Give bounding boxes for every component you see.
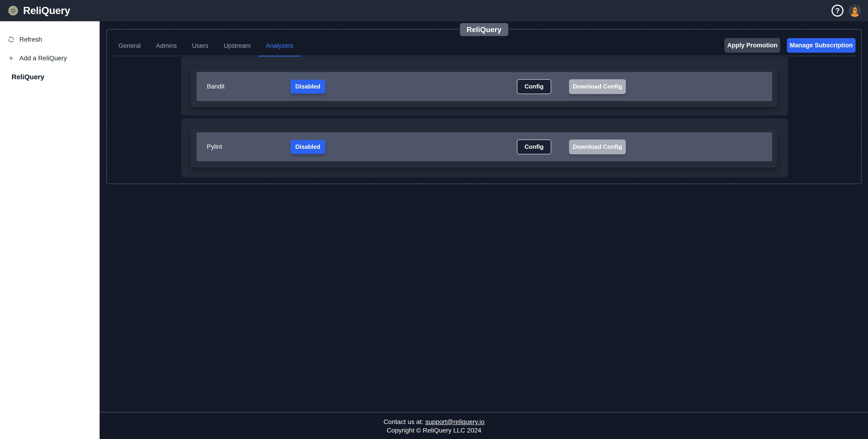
manage-subscription-button[interactable]: Manage Subscription [787, 38, 856, 53]
header-actions: ? [832, 4, 861, 17]
app-title: ReliQuery [23, 5, 70, 17]
sidebar: Refresh + Add a ReliQuery ReliQuery [0, 21, 100, 439]
user-avatar[interactable] [848, 4, 861, 17]
analyzer-status-cell: Disabled [290, 140, 517, 154]
support-email-link[interactable]: support@reliquery.io [425, 418, 485, 426]
tab-users[interactable]: Users [184, 41, 216, 57]
app-root: ReliQuery ? [0, 0, 868, 439]
tab-bar-divider [114, 56, 856, 56]
apply-promotion-button[interactable]: Apply Promotion [724, 38, 780, 53]
tab-bar: General Admins Users Upstream Analyzers [111, 41, 301, 57]
plus-icon: + [8, 55, 14, 62]
footer-contact-line: Contact us at: support@reliquery.io [0, 417, 868, 426]
tab-analyzers[interactable]: Analyzers [258, 41, 301, 57]
sidebar-refresh-label: Refresh [20, 36, 42, 43]
status-disabled-button[interactable]: Disabled [290, 140, 325, 154]
refresh-icon [8, 36, 14, 43]
help-icon[interactable]: ? [832, 5, 843, 17]
status-disabled-button[interactable]: Disabled [290, 80, 325, 94]
config-button[interactable]: Config [517, 79, 551, 94]
contact-text: Contact us at: [383, 418, 423, 426]
reliquery-panel: ReliQuery General Admins Users Upstream … [106, 29, 862, 184]
analyzer-row-pylint: Pylint Disabled Config Download Config [197, 132, 772, 161]
footer-copyright: Copyright © ReliQuery LLC 2024 [0, 426, 868, 435]
sidebar-item-reliquery-instance[interactable]: ReliQuery [0, 70, 100, 84]
analyzer-card: Bandit Disabled Config Download Config [190, 69, 777, 107]
top-navbar: ReliQuery ? [0, 0, 868, 21]
reliquery-logo-icon [8, 5, 19, 16]
analyzer-section-bandit: Bandit Disabled Config Download Config [181, 57, 788, 116]
robot-avatar-icon [848, 4, 861, 17]
analyzer-section-pylint: Pylint Disabled Config Download Config [181, 118, 788, 177]
sidebar-instance-label: ReliQuery [11, 73, 44, 81]
sidebar-item-add-reliquery[interactable]: + Add a ReliQuery [0, 51, 100, 65]
download-config-button[interactable]: Download Config [569, 79, 626, 94]
analyzer-status-cell: Disabled [290, 80, 517, 94]
analyzer-card: Pylint Disabled Config Download Config [190, 129, 777, 167]
config-button[interactable]: Config [517, 139, 551, 154]
panel-legend: ReliQuery [460, 23, 508, 36]
download-config-button[interactable]: Download Config [569, 139, 626, 154]
page-footer: Contact us at: support@reliquery.io Copy… [0, 412, 868, 439]
tab-admins[interactable]: Admins [148, 41, 184, 57]
main-content: ReliQuery General Admins Users Upstream … [100, 21, 868, 412]
tab-upstream[interactable]: Upstream [216, 41, 258, 57]
sidebar-item-refresh[interactable]: Refresh [0, 32, 100, 47]
analyzer-name: Pylint [197, 143, 290, 150]
tab-general[interactable]: General [111, 41, 148, 57]
analyzer-row-bandit: Bandit Disabled Config Download Config [197, 72, 772, 101]
analyzer-name: Bandit [197, 83, 290, 90]
sidebar-add-label: Add a ReliQuery [20, 55, 67, 62]
